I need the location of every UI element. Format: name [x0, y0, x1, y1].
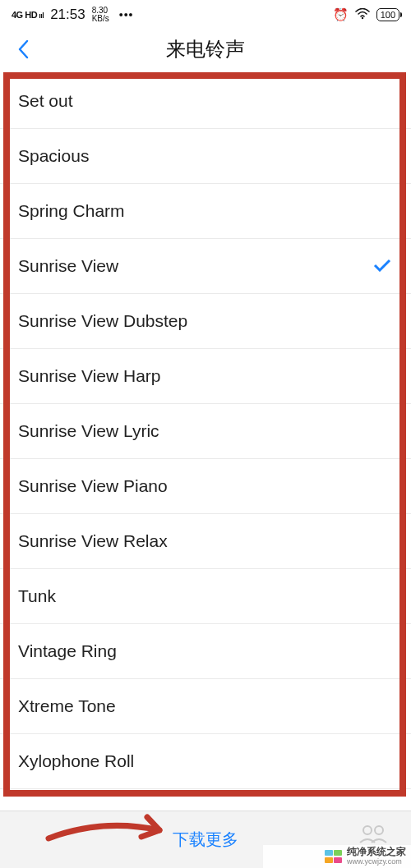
- status-time: 21:53: [50, 7, 85, 23]
- ringtone-row[interactable]: Spacious: [0, 129, 411, 184]
- ringtone-label: Xtreme Tone: [18, 696, 391, 716]
- ringtone-row[interactable]: Spring Charm: [0, 184, 411, 239]
- ringtone-row[interactable]: Xylophone Roll: [0, 734, 411, 789]
- ringtone-list: Set outSpaciousSpring CharmSunrise ViewS…: [0, 69, 411, 789]
- status-bar: 4G HD ııl 21:53 8.30 KB/s ••• ⏰ 100: [0, 0, 411, 30]
- page-title: 来电铃声: [166, 36, 245, 62]
- ringtone-label: Vintage Ring: [18, 641, 391, 661]
- nav-header: 来电铃声: [0, 30, 411, 69]
- ringtone-label: Sunrise View: [18, 256, 373, 276]
- ringtone-row[interactable]: Set out: [0, 74, 411, 129]
- status-right: ⏰ 100: [333, 7, 399, 22]
- download-more-button[interactable]: 下载更多: [173, 829, 238, 851]
- watermark-title: 纯净系统之家: [347, 847, 406, 857]
- more-dots-icon: •••: [119, 8, 134, 21]
- svg-point-0: [361, 16, 363, 18]
- ringtone-label: Tunk: [18, 586, 391, 606]
- battery-icon: 100: [376, 8, 399, 21]
- ringtone-label: Sunrise View Piano: [18, 476, 391, 496]
- ringtone-row[interactable]: Vintage Ring: [0, 624, 411, 679]
- ringtone-label: Sunrise View Lyric: [18, 421, 391, 441]
- watermark: 纯净系统之家 www.ycwjzy.com: [263, 845, 411, 868]
- ringtone-row[interactable]: Sunrise View Piano: [0, 459, 411, 514]
- wifi-icon: [355, 8, 370, 22]
- svg-point-1: [363, 826, 372, 834]
- ringtone-row[interactable]: Sunrise View Lyric: [0, 404, 411, 459]
- ringtone-row[interactable]: Sunrise View Relax: [0, 514, 411, 569]
- ringtone-label: Xylophone Roll: [18, 751, 391, 771]
- watermark-url: www.ycwjzy.com: [347, 857, 406, 866]
- ringtone-label: Spring Charm: [18, 201, 391, 221]
- ringtone-label: Sunrise View Dubstep: [18, 311, 391, 331]
- alarm-icon: ⏰: [333, 7, 349, 22]
- back-button[interactable]: [12, 38, 35, 61]
- checkmark-icon: [373, 256, 391, 276]
- network-speed: 8.30 KB/s: [92, 7, 109, 23]
- ringtone-label: Sunrise View Harp: [18, 366, 391, 386]
- status-left: 4G HD ııl 21:53 8.30 KB/s •••: [12, 7, 134, 23]
- svg-point-2: [375, 826, 383, 834]
- ringtone-row[interactable]: Xtreme Tone: [0, 679, 411, 734]
- ringtone-row[interactable]: Sunrise View Dubstep: [0, 294, 411, 349]
- signal-icon: 4G HD ııl: [12, 10, 44, 20]
- ringtone-label: Spacious: [18, 146, 391, 166]
- ringtone-row[interactable]: Tunk: [0, 569, 411, 624]
- ringtone-label: Set out: [18, 91, 391, 111]
- ringtone-label: Sunrise View Relax: [18, 531, 391, 551]
- ringtone-row[interactable]: Sunrise View Harp: [0, 349, 411, 404]
- ringtone-row[interactable]: Sunrise View: [0, 239, 411, 294]
- watermark-logo-icon: [324, 849, 344, 864]
- chevron-left-icon: [17, 39, 29, 59]
